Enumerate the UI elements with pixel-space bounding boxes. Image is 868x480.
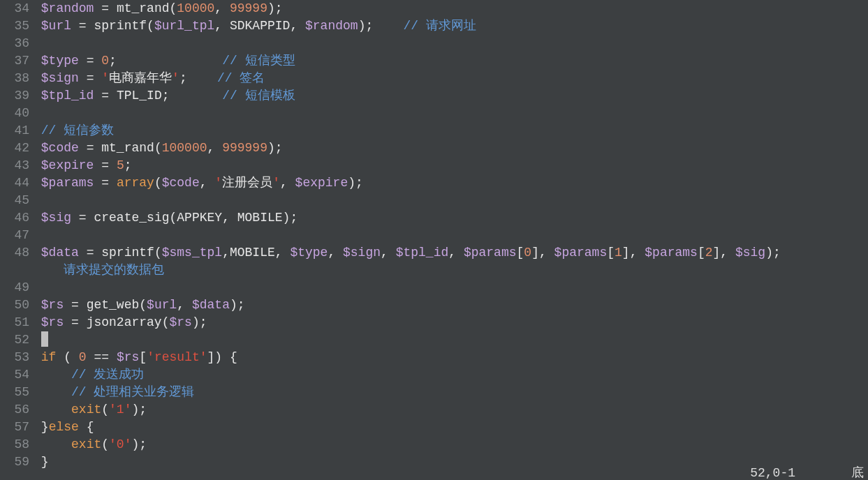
token-op: ; — [290, 211, 297, 225]
token-func: mt_rand — [117, 1, 170, 15]
token-op: , — [328, 246, 335, 260]
code-line[interactable]: 35 $url = sprintf($url_tpl, SDKAPPID, $r… — [0, 17, 868, 35]
code-line[interactable]: 49 — [0, 279, 868, 297]
code-line[interactable]: 39 $tpl_id = TPL_ID; // 短信模板 — [0, 87, 868, 105]
token-wht — [71, 211, 79, 225]
token-op: , — [177, 298, 184, 312]
line-content[interactable]: // 处理相关业务逻辑 — [32, 384, 194, 401]
code-editor[interactable]: 34 $random = mt_rand(10000, 99999);35 $u… — [0, 0, 868, 480]
code-line[interactable]: 44 $params = array($code, '注册会员', $expir… — [0, 174, 868, 192]
token-op: = — [87, 71, 94, 85]
line-content[interactable]: $rs = json2array($rs); — [32, 314, 207, 331]
line-number: 38 — [0, 70, 32, 87]
token-wht — [94, 176, 101, 190]
token-op: ( — [139, 298, 147, 312]
token-wht — [547, 246, 554, 260]
code-line[interactable]: 45 — [0, 192, 868, 209]
line-content[interactable] — [32, 192, 41, 209]
token-num: 2 — [705, 246, 713, 260]
line-content[interactable] — [32, 105, 41, 122]
line-content[interactable]: 请求提交的数据包 — [32, 262, 164, 279]
code-line[interactable]: 34 $random = mt_rand(10000, 99999); — [0, 0, 868, 17]
token-op: = — [79, 19, 87, 33]
code-line[interactable]: 41 // 短信参数 — [0, 122, 868, 140]
token-var: $expire — [295, 176, 348, 190]
line-content[interactable]: exit('0'); — [32, 436, 147, 453]
code-line[interactable]: 51 $rs = json2array($rs); — [0, 314, 868, 331]
line-content[interactable]: $code = mt_rand(100000, 999999); — [32, 140, 283, 157]
line-content[interactable]: // 发送成功 — [32, 366, 144, 384]
line-content[interactable]: } — [32, 453, 49, 471]
line-content[interactable]: $data = sprintf($sms_tpl,MOBILE, $type, … — [32, 244, 781, 262]
line-content[interactable]: $random = mt_rand(10000, 99999); — [32, 0, 283, 17]
token-wht — [87, 350, 94, 364]
token-wht — [56, 350, 64, 364]
line-content[interactable] — [32, 279, 41, 297]
token-var: $sms_tpl — [162, 246, 222, 260]
token-func: APPKEY — [177, 211, 222, 225]
line-content[interactable]: $tpl_id = TPL_ID; // 短信模板 — [32, 87, 295, 105]
code-line[interactable]: 36 — [0, 35, 868, 52]
line-content[interactable]: // 短信参数 — [32, 122, 114, 140]
token-func: MOBILE — [237, 211, 283, 225]
code-line[interactable]: 38 $sign = '电商嘉年华'; // 签名 — [0, 70, 868, 87]
code-line[interactable]: 47 — [0, 227, 868, 244]
line-content[interactable]: $sig = create_sig(APPKEY, MOBILE); — [32, 209, 297, 227]
token-num: 99999 — [230, 1, 267, 15]
token-op: = — [101, 1, 109, 15]
code-line[interactable]: 46 $sig = create_sig(APPKEY, MOBILE); — [0, 209, 868, 227]
code-line[interactable]: 50 $rs = get_web($url, $data); — [0, 297, 868, 314]
code-line[interactable]: 48 $data = sprintf($sms_tpl,MOBILE, $typ… — [0, 244, 868, 262]
code-line[interactable]: 55 // 处理相关业务逻辑 — [0, 384, 868, 401]
code-line[interactable]: 58 exit('0'); — [0, 436, 868, 453]
code-line[interactable]: 请求提交的数据包 — [0, 262, 868, 279]
token-op: ; — [355, 176, 363, 190]
token-kw: exit — [71, 437, 101, 451]
line-content[interactable]: $rs = get_web($url, $data); — [32, 297, 245, 314]
token-num: 0 — [524, 246, 531, 260]
line-content[interactable]: $sign = '电商嘉年华'; // 签名 — [32, 70, 265, 87]
token-op: ) — [358, 19, 366, 33]
line-content[interactable]: $expire = 5; — [32, 157, 132, 174]
token-var: $code — [41, 141, 79, 155]
line-content[interactable] — [32, 227, 41, 244]
code-line[interactable]: 37 $type = 0; // 短信类型 — [0, 52, 868, 70]
token-op: } — [41, 420, 49, 434]
token-func: TPL_ID — [117, 89, 162, 103]
code-line[interactable]: 40 — [0, 105, 868, 122]
code-line[interactable]: 54 // 发送成功 — [0, 366, 868, 384]
token-func: MOBILE — [230, 246, 275, 260]
line-content[interactable] — [32, 35, 41, 52]
line-content[interactable]: exit('1'); — [32, 401, 147, 419]
line-content[interactable] — [32, 331, 48, 349]
token-num: 999999 — [222, 141, 267, 155]
code-line[interactable]: 53 if ( 0 == $rs['result']) { — [0, 349, 868, 366]
line-content[interactable]: $params = array($code, '注册会员', $expire); — [32, 174, 363, 192]
token-wht — [222, 19, 230, 33]
text-cursor — [41, 331, 48, 347]
code-line[interactable]: 59 } — [0, 453, 868, 471]
line-number: 34 — [0, 0, 32, 17]
line-content[interactable]: if ( 0 == $rs['result']) { — [32, 349, 237, 366]
code-lines[interactable]: 34 $random = mt_rand(10000, 99999);35 $u… — [0, 0, 868, 471]
code-line[interactable]: 57 }else { — [0, 419, 868, 436]
line-number: 45 — [0, 192, 32, 209]
line-number: 42 — [0, 140, 32, 157]
line-number: 39 — [0, 87, 32, 105]
line-content[interactable]: }else { — [32, 419, 94, 436]
token-op: { — [230, 350, 237, 364]
token-var: $params — [41, 176, 94, 190]
code-line[interactable]: 42 $code = mt_rand(100000, 999999); — [0, 140, 868, 157]
line-content[interactable]: $url = sprintf($url_tpl, SDKAPPID, $rand… — [32, 17, 476, 35]
token-wht — [222, 1, 230, 15]
code-line[interactable]: 52 — [0, 331, 868, 349]
code-line[interactable]: 56 exit('1'); — [0, 401, 868, 419]
token-op: ( — [64, 350, 71, 364]
line-content[interactable]: $type = 0; // 短信类型 — [32, 52, 295, 70]
token-op: [ — [698, 246, 705, 260]
token-wht — [94, 1, 101, 15]
token-num: 1 — [615, 246, 622, 260]
token-op: , — [290, 19, 297, 33]
code-line[interactable]: 43 $expire = 5; — [0, 157, 868, 174]
token-str: 'result' — [147, 350, 207, 364]
